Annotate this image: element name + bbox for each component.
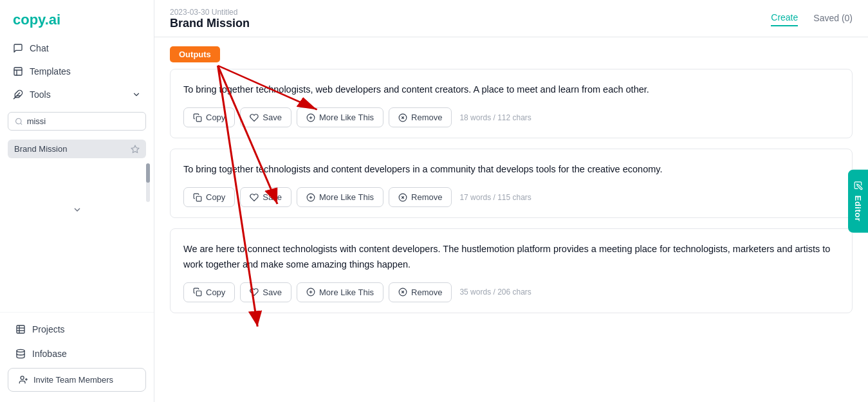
outputs-area: Outputs To bring together technologists,…: [154, 37, 868, 402]
sidebar-bottom: Projects Infobase Invite Team Members: [0, 312, 154, 402]
word-count-3: 35 words / 206 chars: [459, 288, 531, 297]
template-icon: [13, 66, 23, 77]
chat-icon: [13, 43, 23, 53]
svg-point-11: [21, 376, 24, 379]
invite-team-members-button[interactable]: Invite Team Members: [8, 368, 146, 392]
more-like-this-button-1[interactable]: More Like This: [297, 107, 383, 127]
editor-tab[interactable]: Editor: [848, 169, 868, 233]
header-left: 2023-03-30 Untitled Brand Mission: [170, 8, 250, 30]
more-like-this-label-2: More Like This: [319, 192, 374, 202]
sidebar-item-templates[interactable]: Templates: [5, 60, 149, 82]
x-circle-icon: [398, 113, 407, 122]
remove-label-2: Remove: [411, 192, 442, 202]
output-card-1: To bring together technologists, web dev…: [170, 69, 853, 138]
sidebar-item-infobase-label: Infobase: [32, 349, 67, 359]
invite-btn-label: Invite Team Members: [33, 375, 113, 385]
copy-label-3: Copy: [206, 288, 225, 297]
tab-create[interactable]: Create: [771, 12, 798, 26]
x-circle-icon: [398, 288, 407, 297]
sidebar-item-projects-label: Projects: [32, 324, 65, 334]
projects-icon: [15, 324, 26, 334]
tab-saved[interactable]: Saved (0): [813, 13, 853, 26]
output-actions-2: Copy Save More Like This Remove 17 words…: [183, 187, 839, 207]
save-button-2[interactable]: Save: [240, 187, 291, 207]
copy-label-1: Copy: [206, 113, 225, 122]
outputs-label: Outputs: [170, 46, 220, 62]
sidebar-item-infobase[interactable]: Infobase: [8, 343, 146, 364]
save-label-1: Save: [263, 113, 282, 122]
svg-rect-0: [14, 68, 22, 75]
editor-tab-label: Editor: [853, 195, 863, 221]
more-like-this-label-3: More Like This: [319, 288, 374, 297]
save-button-3[interactable]: Save: [240, 282, 291, 302]
pencil-icon: [854, 181, 863, 190]
remove-button-3[interactable]: Remove: [389, 282, 452, 302]
copy-button-3[interactable]: Copy: [183, 282, 235, 302]
copy-button-2[interactable]: Copy: [183, 187, 235, 207]
output-text-3: We are here to connect technologists wit…: [183, 242, 839, 271]
recent-item-label: Brand Mission: [14, 144, 67, 154]
svg-rect-25: [196, 196, 201, 201]
recent-item-brand-mission[interactable]: Brand Mission: [8, 140, 146, 158]
logo: copy.ai: [0, 0, 154, 37]
sidebar-item-chat[interactable]: Chat: [5, 37, 149, 59]
remove-button-1[interactable]: Remove: [389, 107, 452, 127]
copy-icon: [193, 288, 202, 297]
sidebar-item-tools[interactable]: Tools: [5, 84, 149, 105]
page-title: Brand Mission: [170, 17, 250, 30]
word-count-2: 17 words / 115 chars: [459, 193, 531, 202]
logo-suffix: .ai: [45, 12, 60, 28]
heart-icon: [250, 193, 259, 202]
output-actions-3: Copy Save More Like This Remove 35 words…: [183, 282, 839, 302]
copy-label-2: Copy: [206, 192, 225, 202]
sidebar: copy.ai Chat Templates Tools Brand Missi…: [0, 0, 154, 402]
save-label-2: Save: [263, 192, 282, 202]
remove-button-2[interactable]: Remove: [389, 187, 452, 207]
heart-icon: [250, 113, 259, 122]
breadcrumb: 2023-03-30 Untitled: [170, 8, 250, 17]
sidebar-scroll-down[interactable]: [8, 205, 146, 215]
tools-icon: [13, 89, 23, 100]
svg-rect-18: [196, 116, 201, 122]
plus-circle-icon: [306, 193, 315, 202]
more-like-this-button-2[interactable]: More Like This: [297, 187, 383, 207]
sidebar-search[interactable]: [8, 112, 146, 131]
remove-label-3: Remove: [411, 288, 442, 297]
copy-icon: [193, 193, 202, 202]
main-content: 2023-03-30 Untitled Brand Mission Create…: [154, 0, 868, 402]
logo-prefix: copy: [13, 12, 45, 28]
save-button-1[interactable]: Save: [240, 107, 291, 127]
plus-circle-icon: [306, 288, 315, 297]
search-input[interactable]: [27, 116, 139, 126]
svg-rect-32: [196, 291, 201, 297]
save-label-3: Save: [263, 288, 282, 297]
sidebar-item-tools-label: Tools: [30, 89, 51, 100]
add-user-icon: [19, 375, 28, 385]
infobase-icon: [15, 349, 26, 359]
output-text-2: To bring together technologists and cont…: [183, 162, 839, 177]
sidebar-nav: Chat Templates Tools: [0, 37, 154, 105]
sidebar-item-projects[interactable]: Projects: [8, 319, 146, 340]
heart-icon: [250, 288, 259, 297]
page-header: 2023-03-30 Untitled Brand Mission Create…: [154, 0, 868, 37]
star-icon: [131, 145, 140, 154]
remove-label-1: Remove: [411, 113, 442, 122]
svg-marker-5: [131, 145, 139, 152]
copy-button-1[interactable]: Copy: [183, 107, 235, 127]
header-tabs: Create Saved (0): [771, 12, 853, 26]
output-card-2: To bring together technologists and cont…: [170, 149, 853, 218]
plus-circle-icon: [306, 113, 315, 122]
sidebar-scrollbar-wrapper: [8, 163, 146, 202]
sidebar-item-templates-label: Templates: [30, 66, 71, 77]
chevron-down-icon: [132, 90, 141, 99]
search-icon: [15, 117, 23, 126]
sidebar-item-chat-label: Chat: [30, 43, 49, 53]
copy-icon: [193, 113, 202, 122]
svg-point-10: [17, 349, 24, 352]
output-text-1: To bring together technologists, web dev…: [183, 82, 839, 97]
sidebar-scrollbar-track: [146, 163, 150, 202]
word-count-1: 18 words / 112 chars: [459, 113, 531, 122]
sidebar-recent: Brand Mission: [8, 140, 146, 158]
chevron-down-icon: [72, 205, 82, 215]
more-like-this-button-3[interactable]: More Like This: [297, 282, 383, 302]
